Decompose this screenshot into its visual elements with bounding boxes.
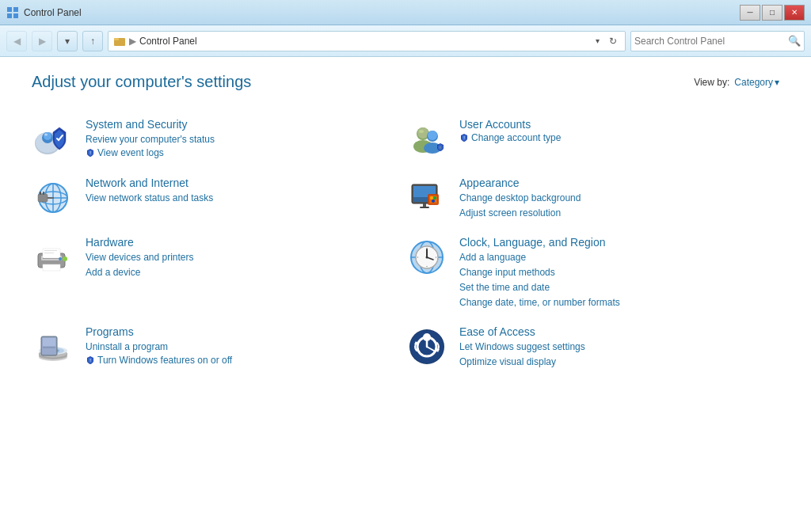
svg-rect-30 (43, 192, 44, 195)
clock-icon (406, 236, 448, 279)
category-ease-of-access: Ease of Access Let Windows suggest setti… (406, 317, 779, 377)
category-hardware: Hardware View devices and printers Add a… (32, 228, 406, 317)
clock-link-1[interactable]: Add a language (459, 250, 779, 264)
address-bar: ◀ ▶ ▾ ↑ ▶ Control Panel ▾ ↻ 🔍 (0, 25, 811, 57)
search-icon: 🔍 (788, 35, 801, 47)
svg-rect-1 (13, 7, 18, 12)
back-button[interactable]: ◀ (6, 31, 27, 51)
minimize-button[interactable]: ─ (740, 5, 760, 21)
page-header: Adjust your computer's settings View by:… (32, 73, 779, 91)
svg-rect-49 (43, 264, 60, 271)
user-accounts-text: User Accounts ! Change account type (459, 118, 779, 143)
svg-rect-42 (420, 207, 429, 208)
category-user-accounts: ! User Accounts ! Change account type (406, 110, 779, 169)
svg-rect-31 (48, 197, 54, 199)
svg-rect-2 (7, 13, 12, 18)
network-title[interactable]: Network and Internet (86, 177, 406, 189)
forward-button[interactable]: ▶ (32, 31, 52, 51)
svg-point-10 (44, 134, 48, 136)
appearance-link-2[interactable]: Adjust screen resolution (459, 206, 779, 220)
title-bar: Control Panel ─ □ ✕ (0, 0, 811, 25)
page-title: Adjust your computer's settings (32, 73, 251, 91)
svg-point-40 (432, 200, 435, 203)
ease-of-access-link-1[interactable]: Let Windows suggest settings (459, 340, 779, 354)
hardware-link-1[interactable]: View devices and printers (86, 250, 406, 264)
view-by-label: View by: (694, 77, 729, 88)
svg-point-15 (419, 130, 424, 133)
hardware-text: Hardware View devices and printers Add a… (86, 236, 406, 279)
svg-point-18 (428, 131, 437, 140)
svg-point-51 (63, 256, 67, 261)
hardware-link-2[interactable]: Add a device (86, 265, 406, 279)
shield-badge-icon3: ! (86, 355, 95, 365)
network-link-1[interactable]: View network status and tasks (86, 191, 406, 205)
system-security-icon (32, 118, 74, 161)
clock-text: Clock, Language, and Region Add a langua… (459, 236, 779, 310)
search-input[interactable] (634, 36, 785, 47)
appearance-icon (406, 177, 448, 219)
svg-rect-5 (114, 38, 119, 40)
search-box[interactable]: 🔍 (630, 31, 805, 51)
close-button[interactable]: ✕ (784, 5, 805, 21)
user-accounts-title[interactable]: User Accounts (459, 118, 779, 131)
window-title: Control Panel (24, 7, 82, 18)
shield-badge-icon2: ! (459, 133, 469, 142)
category-system-security: System and Security Review your computer… (32, 110, 406, 169)
view-by-control: View by: Category ▾ (694, 77, 779, 88)
recent-locations-button[interactable]: ▾ (57, 31, 78, 51)
ease-of-access-icon (406, 325, 448, 368)
svg-rect-75 (43, 338, 55, 346)
main-content: Adjust your computer's settings View by:… (0, 57, 811, 532)
programs-title[interactable]: Programs (86, 325, 406, 338)
categories-grid: System and Security Review your computer… (32, 110, 779, 377)
address-bar-input[interactable]: ▶ Control Panel ▾ ↻ (108, 31, 626, 51)
ease-of-access-link-2[interactable]: Optimize visual display (459, 355, 779, 369)
programs-icon (32, 325, 74, 368)
maximize-button[interactable]: □ (762, 5, 782, 21)
clock-title[interactable]: Clock, Language, and Region (459, 236, 779, 249)
programs-link-2[interactable]: ! Turn Windows features on or off (86, 355, 406, 366)
appearance-title[interactable]: Appearance (459, 177, 779, 189)
category-appearance: Appearance Change desktop background Adj… (406, 169, 779, 228)
hardware-title[interactable]: Hardware (86, 236, 406, 249)
svg-rect-76 (43, 347, 55, 348)
network-icon (32, 177, 74, 219)
hardware-icon (32, 236, 74, 279)
clock-link-2[interactable]: Change input methods (459, 265, 779, 279)
system-security-link-1[interactable]: Review your computer's status (86, 132, 406, 146)
address-text: Control Panel (139, 36, 587, 47)
svg-point-38 (430, 196, 433, 200)
system-security-text: System and Security Review your computer… (86, 118, 406, 158)
svg-point-39 (433, 196, 436, 200)
svg-rect-48 (44, 253, 54, 253)
clock-link-4[interactable]: Change date, time, or number formats (459, 295, 779, 310)
programs-link-1[interactable]: Uninstall a program (86, 340, 406, 354)
system-security-link-2[interactable]: ! View event logs (86, 147, 406, 158)
network-text: Network and Internet View network status… (86, 177, 406, 205)
svg-rect-28 (38, 194, 48, 202)
svg-text:!: ! (440, 146, 440, 150)
svg-rect-0 (7, 7, 12, 12)
refresh-button[interactable]: ↻ (606, 32, 620, 50)
appearance-link-1[interactable]: Change desktop background (459, 191, 779, 205)
ease-of-access-text: Ease of Access Let Windows suggest setti… (459, 325, 779, 369)
svg-rect-47 (44, 250, 57, 251)
up-button[interactable]: ↑ (82, 31, 103, 51)
svg-rect-29 (40, 192, 41, 195)
window-controls: ─ □ ✕ (740, 5, 805, 21)
view-by-dropdown[interactable]: Category ▾ (734, 77, 779, 88)
address-dropdown-button[interactable]: ▾ (590, 32, 604, 50)
ease-of-access-title[interactable]: Ease of Access (459, 325, 779, 338)
svg-point-9 (44, 132, 51, 140)
appearance-text: Appearance Change desktop background Adj… (459, 177, 779, 220)
user-accounts-link-1[interactable]: ! Change account type (459, 132, 779, 143)
window-icon (6, 6, 19, 19)
category-clock: Clock, Language, and Region Add a langua… (406, 228, 779, 317)
svg-point-14 (417, 127, 428, 139)
clock-link-3[interactable]: Set the time and date (459, 280, 779, 294)
programs-text: Programs Uninstall a program ! Turn Wind… (86, 325, 406, 366)
folder-icon (113, 35, 126, 48)
svg-point-50 (59, 257, 62, 260)
category-programs: Programs Uninstall a program ! Turn Wind… (32, 317, 406, 377)
system-security-title[interactable]: System and Security (86, 118, 406, 131)
